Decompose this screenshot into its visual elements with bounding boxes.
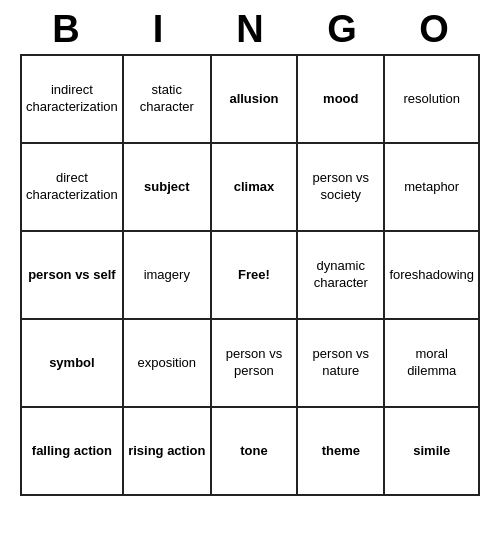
cell-1-4: metaphor [384, 143, 479, 231]
cell-3-3: person vs nature [297, 319, 384, 407]
cell-3-2: person vs person [211, 319, 297, 407]
cell-0-3: mood [297, 55, 384, 143]
cell-0-4: resolution [384, 55, 479, 143]
cell-2-4: foreshadowing [384, 231, 479, 319]
cell-1-2: climax [211, 143, 297, 231]
cell-2-3: dynamic character [297, 231, 384, 319]
cell-0-0: indirect characterization [21, 55, 123, 143]
cell-4-4: simile [384, 407, 479, 495]
header-letter-b: B [22, 8, 110, 51]
cell-4-1: rising action [123, 407, 211, 495]
cell-4-3: theme [297, 407, 384, 495]
cell-2-0: person vs self [21, 231, 123, 319]
cell-1-1: subject [123, 143, 211, 231]
cell-1-0: direct characterization [21, 143, 123, 231]
cell-0-1: static character [123, 55, 211, 143]
cell-0-2: allusion [211, 55, 297, 143]
header-letter-o: O [390, 8, 478, 51]
bingo-grid: indirect characterizationstatic characte… [20, 55, 480, 496]
cell-3-4: moral dilemma [384, 319, 479, 407]
cell-1-3: person vs society [297, 143, 384, 231]
header-letter-n: N [206, 8, 294, 51]
cell-2-1: imagery [123, 231, 211, 319]
header-letter-i: I [114, 8, 202, 51]
header-letter-g: G [298, 8, 386, 51]
cell-2-2: Free! [211, 231, 297, 319]
cell-3-1: exposition [123, 319, 211, 407]
cell-4-2: tone [211, 407, 297, 495]
cell-3-0: symbol [21, 319, 123, 407]
cell-4-0: falling action [21, 407, 123, 495]
bingo-header: BINGO [20, 0, 480, 55]
